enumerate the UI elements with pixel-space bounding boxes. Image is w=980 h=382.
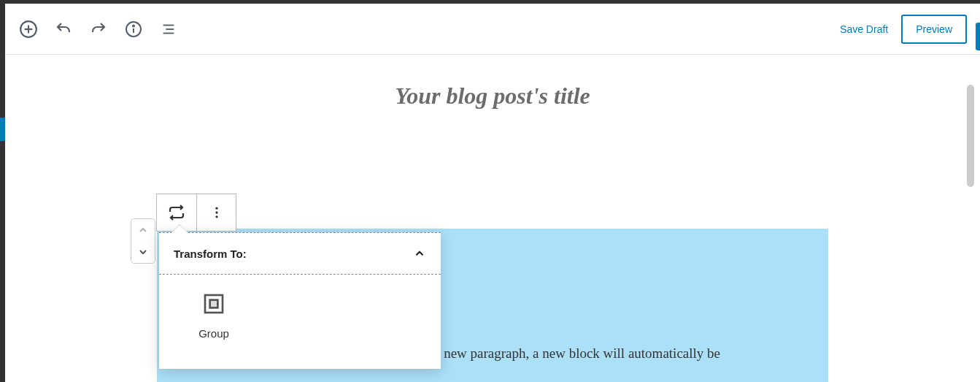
transform-block-button[interactable] [157,194,196,231]
redo-icon [90,20,107,38]
more-options-button[interactable] [196,194,236,231]
svg-point-10 [215,211,217,213]
svg-point-5 [133,25,134,26]
redo-button[interactable] [88,19,109,39]
post-title-input[interactable]: Your blog post's title [5,83,980,110]
block-mover [131,218,155,264]
info-button[interactable] [123,19,144,39]
transform-option-group[interactable]: Group [174,292,254,340]
svg-point-9 [215,207,217,210]
svg-point-11 [215,215,217,218]
content-text-fragment: a new paragraph, a new block will automa… [434,345,770,362]
transform-panel-header[interactable]: Transform To: [159,232,441,275]
scrollbar-thumb[interactable] [967,85,974,187]
svg-rect-13 [210,300,218,308]
move-up-button[interactable] [131,219,155,241]
undo-icon [55,20,72,38]
toolbar-right: Save Draft Preview [840,15,967,44]
transform-title: Transform To: [174,248,247,260]
top-toolbar: Save Draft Preview [5,4,980,55]
transform-panel-body: Group [159,275,441,369]
move-down-button[interactable] [131,241,155,263]
admin-sidebar-tab[interactable] [0,118,5,141]
editor-body: Your blog post's title a new paragraph, … [5,83,980,382]
transform-option-label: Group [198,327,229,340]
info-icon [125,20,142,38]
kebab-icon [209,205,224,220]
publish-edge[interactable] [976,23,980,50]
undo-button[interactable] [53,19,74,39]
outline-button[interactable] [158,19,179,39]
toolbar-left [18,19,179,39]
preview-button[interactable]: Preview [901,15,967,44]
block-toolbar [156,194,236,232]
plus-circle-icon [19,20,38,39]
chevron-down-icon [137,246,149,258]
group-icon [202,292,225,316]
chevron-up-icon [137,224,149,236]
save-draft-button[interactable]: Save Draft [840,23,888,35]
editor-frame: Save Draft Preview Your blog post's titl… [5,4,980,382]
transform-panel: Transform To: Group [159,232,441,369]
transform-icon [168,204,185,221]
list-icon [161,21,177,37]
chevron-up-icon [413,247,426,260]
add-block-button[interactable] [18,19,39,39]
